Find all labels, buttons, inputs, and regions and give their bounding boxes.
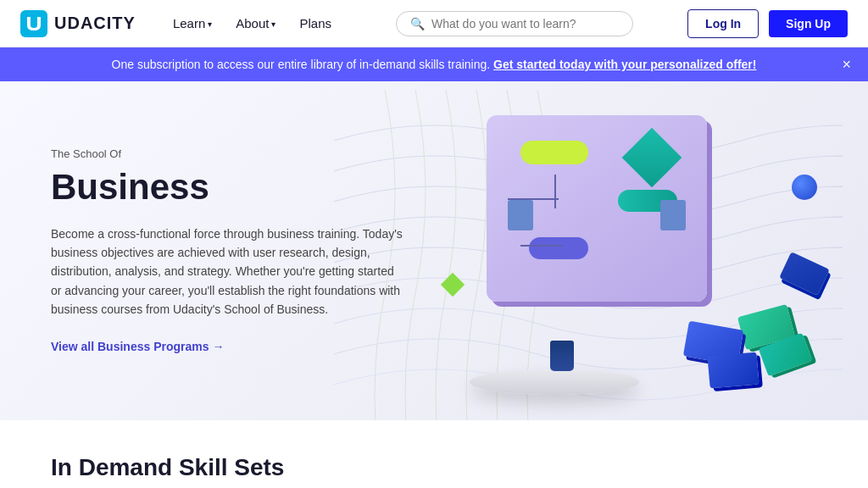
section-title: In Demand Skill Sets [51, 454, 817, 481]
search-input[interactable] [431, 17, 619, 30]
doc-icon-left [508, 200, 533, 230]
hero-description: Become a cross-functional force through … [51, 225, 407, 319]
hero-title: Business [51, 167, 407, 208]
promo-link[interactable]: Get started today with your personalized… [493, 58, 756, 71]
nav-learn[interactable]: Learn ▾ [163, 9, 222, 37]
nav-plans[interactable]: Plans [289, 9, 342, 37]
school-label: The School Of [51, 147, 407, 160]
about-chevron-icon: ▾ [271, 19, 275, 29]
nav-about[interactable]: About ▾ [225, 9, 286, 37]
nav-actions: Log In Sign Up [687, 9, 848, 38]
pencil-cup [550, 341, 574, 371]
login-button[interactable]: Log In [687, 9, 759, 38]
bottom-section: In Demand Skill Sets Digital Marketing S… [0, 420, 868, 488]
search-area: 🔍 [342, 11, 687, 36]
brand-name: UDACITY [54, 14, 136, 33]
svg-rect-0 [20, 10, 47, 37]
platform-base [470, 369, 639, 395]
logo-area[interactable]: UDACITY [20, 10, 136, 37]
signup-button[interactable]: Sign Up [769, 10, 848, 37]
promo-banner: One subscription to access our entire li… [0, 47, 868, 81]
navbar: UDACITY Learn ▾ About ▾ Plans 🔍 Log In S… [0, 0, 868, 47]
udacity-logo-icon [20, 10, 47, 37]
board-arrow-left [520, 245, 563, 247]
search-icon: 🔍 [410, 17, 425, 30]
board-rect-green [520, 141, 588, 164]
learn-chevron-icon: ▾ [208, 19, 212, 29]
board-diamond [622, 128, 682, 188]
flowchart-board [487, 115, 707, 302]
illustration-container [419, 90, 843, 412]
box-blue-2 [707, 352, 759, 389]
promo-close-button[interactable]: × [842, 56, 851, 74]
board-arrow-down [554, 175, 556, 208]
hero-illustration [393, 81, 868, 420]
doc-icon-right [660, 200, 686, 230]
board-rect-purple [529, 237, 588, 259]
hero-section: The School Of Business Become a cross-fu… [0, 81, 868, 420]
promo-text: One subscription to access our entire li… [112, 58, 757, 71]
sphere-blue [792, 175, 817, 200]
board-inner [504, 132, 690, 285]
hero-content: The School Of Business Become a cross-fu… [51, 147, 407, 355]
view-all-programs-link[interactable]: View all Business Programs → [51, 340, 224, 353]
nav-links: Learn ▾ About ▾ Plans [163, 9, 342, 37]
search-box: 🔍 [396, 11, 633, 36]
